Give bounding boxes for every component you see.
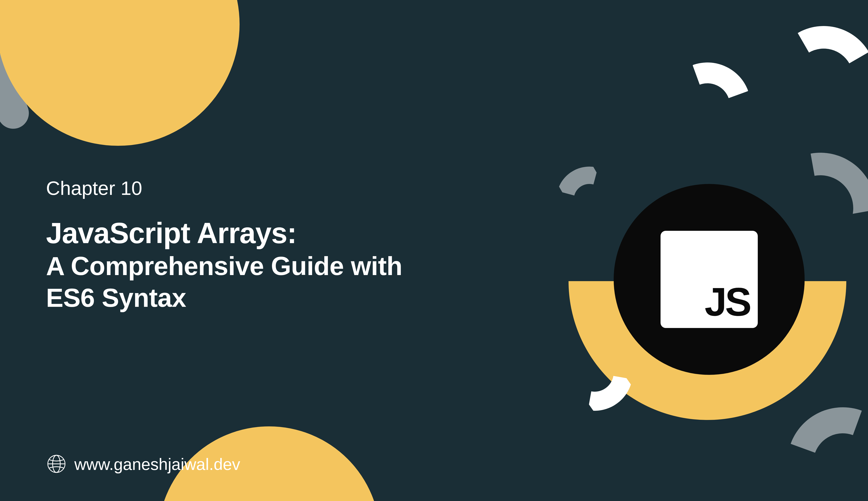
right-graphic-cluster: JS <box>456 0 868 501</box>
title-line-2: A Comprehensive Guide with <box>46 250 402 282</box>
decorative-arc-white-1 <box>753 7 868 149</box>
title-line-3: ES6 Syntax <box>46 282 402 314</box>
globe-icon <box>47 454 66 474</box>
decorative-arc-gray-1 <box>544 154 634 245</box>
main-content: Chapter 10 JavaScript Arrays: A Comprehe… <box>46 177 402 314</box>
chapter-label: Chapter 10 <box>46 177 402 199</box>
js-logo-circle: JS <box>614 184 805 375</box>
decorative-circle-top-left <box>0 0 240 146</box>
title-line-1: JavaScript Arrays: <box>46 216 402 250</box>
js-logo-square: JS <box>660 231 758 328</box>
footer: www.ganeshjaiwal.dev <box>47 454 240 474</box>
js-logo-text: JS <box>705 282 750 322</box>
footer-url: www.ganeshjaiwal.dev <box>74 455 240 474</box>
decorative-arc-white-2 <box>650 48 765 163</box>
